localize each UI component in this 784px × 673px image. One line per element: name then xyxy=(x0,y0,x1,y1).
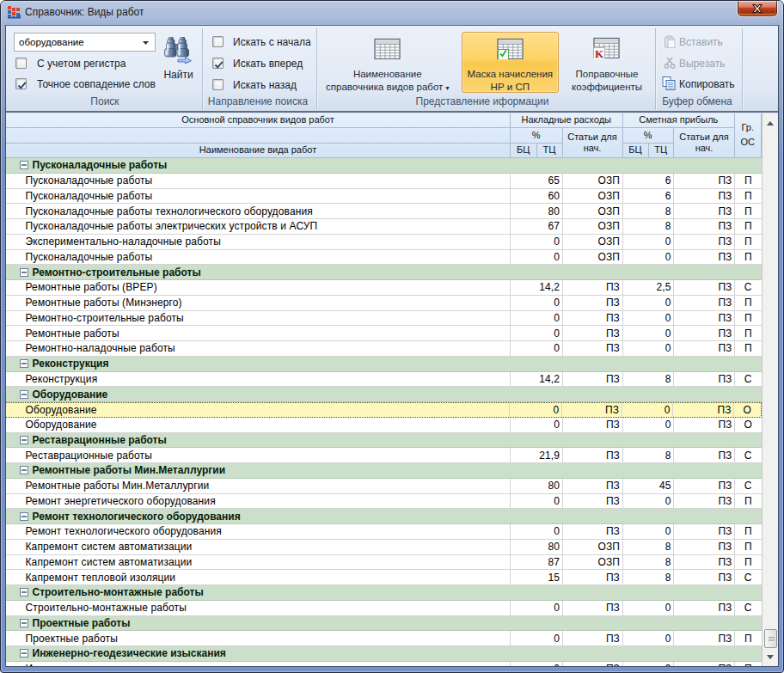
svg-text:K: K xyxy=(595,47,604,59)
